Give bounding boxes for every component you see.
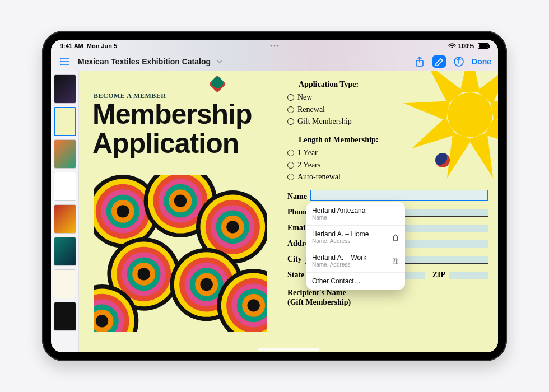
thumbnail-8[interactable]: [54, 302, 76, 331]
thumbnail-4[interactable]: [54, 172, 76, 201]
radio-new[interactable]: New: [287, 91, 488, 104]
document-page: BECOME A MEMBER MembershipApplication: [79, 71, 498, 352]
autofill-item-1[interactable]: Herland AntezanaName: [306, 202, 405, 226]
share-button[interactable]: [412, 54, 427, 69]
autofill-item-2[interactable]: Herland A. – HomeName, Address: [306, 226, 405, 249]
radio-renewal[interactable]: Renewal: [287, 104, 488, 116]
sidebar-toggle-button[interactable]: [58, 54, 72, 69]
autofill-other[interactable]: Other Contact…: [306, 273, 405, 290]
battery-percent: 100%: [458, 43, 474, 49]
recipient-label: Recipient's Name (Gift Membership): [287, 288, 488, 307]
thumbnail-7[interactable]: [54, 269, 76, 298]
status-bar: 9:41 AM Mon Jun 5 100%: [51, 40, 498, 52]
radio-1year[interactable]: 1 Year: [287, 147, 488, 159]
page-thumbnails[interactable]: [51, 71, 79, 352]
thumbnail-2[interactable]: [54, 107, 76, 136]
length-heading: Length of Membership:: [299, 136, 488, 144]
home-indicator[interactable]: [258, 348, 319, 351]
markup-button[interactable]: [432, 55, 446, 68]
thumbnail-3[interactable]: [54, 139, 76, 169]
svg-point-5: [61, 64, 61, 64]
building-icon: [392, 257, 399, 265]
svg-rect-26: [396, 260, 398, 264]
name-input[interactable]: [310, 190, 488, 201]
autofill-item-3[interactable]: Herland A. – WorkName, Address: [306, 249, 405, 273]
thumbnail-6[interactable]: [54, 237, 76, 266]
status-date: Mon Jun 5: [87, 43, 117, 49]
done-button[interactable]: Done: [472, 57, 491, 66]
wifi-icon: [448, 43, 456, 49]
screen: 9:41 AM Mon Jun 5 100% Mexican Textiles …: [51, 40, 498, 352]
battery-icon: [476, 43, 489, 49]
app-type-heading: Application Type:: [299, 80, 488, 89]
document-title[interactable]: Mexican Textiles Exhibition Catalog: [78, 57, 211, 66]
svg-point-3: [61, 58, 61, 59]
ipad-device-frame: 9:41 AM Mon Jun 5 100% Mexican Textiles …: [42, 31, 507, 361]
field-name[interactable]: Name: [287, 190, 488, 201]
multitask-dots[interactable]: [271, 45, 279, 47]
radio-2years[interactable]: 2 Years: [287, 159, 488, 171]
page-headline: MembershipApplication: [92, 100, 252, 158]
chevron-down-icon[interactable]: [216, 58, 223, 65]
radio-auto[interactable]: Auto-renewal: [287, 171, 488, 183]
toolbar: Mexican Textiles Exhibition Catalog Done: [51, 52, 498, 71]
pencil-tool-button[interactable]: [452, 54, 466, 69]
autofill-popover: Herland AntezanaName Herland A. – HomeNa…: [306, 202, 405, 290]
textile-artwork: [94, 175, 267, 332]
thumbnail-5[interactable]: [54, 204, 76, 234]
thumbnail-1[interactable]: [54, 74, 76, 104]
home-icon: [392, 234, 399, 241]
dot-graphic-top: [208, 75, 226, 92]
svg-point-4: [61, 61, 61, 62]
radio-gift[interactable]: Gift Membership: [287, 115, 488, 128]
status-time: 9:41 AM: [60, 43, 83, 49]
